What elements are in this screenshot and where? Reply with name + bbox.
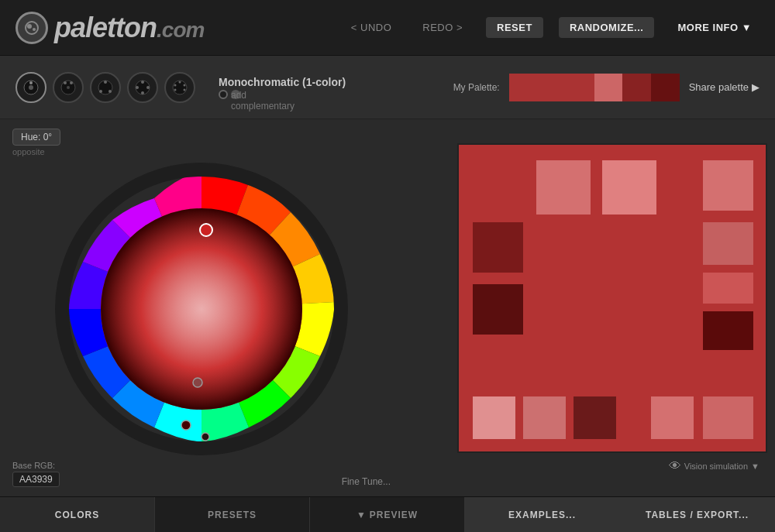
- scheme-mono-button[interactable]: [16, 72, 46, 103]
- palette-swatches: [509, 74, 680, 101]
- left-panel: Hue: 0° opposite: [0, 119, 403, 496]
- svg-point-9: [67, 86, 70, 89]
- eye-icon: 👁: [669, 459, 681, 473]
- swatch-8: [703, 311, 753, 350]
- chevron-down-icon: ▼: [751, 462, 760, 471]
- logo-icon: [16, 12, 48, 44]
- swatch-darker: [651, 74, 680, 101]
- svg-point-23: [174, 88, 177, 91]
- tab-examples[interactable]: EXAMPLES...: [465, 497, 620, 532]
- header: paletton.com < UNDO REDO > RESET RANDOMI…: [0, 0, 775, 56]
- scheme-adjacent-button[interactable]: [53, 72, 84, 103]
- swatch-7: [703, 273, 753, 304]
- svg-point-22: [184, 88, 186, 91]
- bottom-info: Base RGB: AA3939 Fine Tune...: [12, 456, 391, 487]
- palette-preview: My Palette: Share palette ▶: [453, 74, 760, 101]
- scheme-tetrad-button[interactable]: [127, 72, 158, 103]
- arrow-right-icon: ▶: [752, 81, 760, 93]
- swatch-3: [703, 160, 753, 211]
- swatch-main: [509, 74, 594, 101]
- swatch-2: [602, 160, 656, 215]
- hue-info: Hue: 0° opposite: [12, 129, 391, 156]
- reset-button[interactable]: RESET: [486, 17, 543, 38]
- svg-point-12: [99, 90, 102, 93]
- hue-badge: Hue: 0°: [12, 129, 60, 146]
- swatch-11: [574, 396, 616, 439]
- tab-presets[interactable]: PRESETS: [155, 497, 310, 532]
- base-rgb: Base RGB: AA3939: [12, 461, 60, 487]
- undo-button[interactable]: < UNDO: [343, 17, 399, 38]
- svg-point-0: [26, 22, 38, 34]
- svg-point-8: [70, 81, 73, 84]
- right-panel: 👁 Vision simulation ▼: [403, 119, 775, 496]
- bottom-tabs: COLORS PRESETS ▼ PREVIEW EXAMPLES... TAB…: [0, 496, 775, 532]
- svg-point-20: [179, 81, 181, 83]
- swatch-5: [473, 284, 523, 335]
- scheme-triad-button[interactable]: [90, 72, 121, 103]
- svg-point-18: [136, 86, 139, 89]
- randomize-button[interactable]: RANDOMIZE...: [559, 17, 655, 38]
- main-content: Hue: 0° opposite: [0, 119, 775, 496]
- redo-button[interactable]: REDO >: [415, 17, 470, 38]
- svg-point-16: [146, 86, 150, 89]
- svg-point-13: [108, 90, 112, 93]
- fine-tune-button[interactable]: Fine Tune...: [342, 476, 391, 487]
- tab-colors[interactable]: COLORS: [0, 497, 155, 532]
- logo-text: paletton.com: [54, 12, 204, 44]
- svg-point-11: [104, 81, 107, 84]
- share-palette-button[interactable]: Share palette ▶: [689, 81, 760, 93]
- logo: paletton.com: [16, 12, 204, 44]
- svg-point-4: [29, 81, 33, 84]
- tab-preview[interactable]: ▼ PREVIEW: [310, 497, 465, 532]
- scheme-info: Monochromatic (1-color) add complementar…: [219, 76, 346, 99]
- scheme-icons: [16, 72, 195, 103]
- svg-point-17: [141, 91, 144, 94]
- toolbar: Monochromatic (1-color) add complementar…: [0, 56, 775, 119]
- scheme-sub: add complementary: [219, 90, 346, 99]
- swatch-12: [651, 396, 694, 439]
- svg-point-24: [174, 84, 177, 86]
- opposite-label: opposite: [12, 147, 391, 156]
- swatch-13: [703, 396, 753, 439]
- radio-icon: [219, 90, 228, 99]
- svg-point-1: [27, 24, 32, 29]
- scheme-name: Monochromatic (1-color): [219, 76, 346, 88]
- swatch-9: [473, 396, 515, 439]
- color-wheel-container[interactable]: [12, 161, 391, 456]
- swatch-6: [703, 222, 753, 265]
- svg-point-2: [33, 28, 36, 31]
- palette-label: My Palette:: [453, 82, 500, 93]
- header-nav: < UNDO REDO > RESET RANDOMIZE... MORE IN…: [343, 17, 760, 38]
- swatch-dark: [622, 74, 651, 101]
- color-point-2[interactable]: [181, 420, 191, 430]
- swatch-1: [536, 160, 591, 215]
- scheme-five-button[interactable]: [164, 72, 195, 103]
- svg-point-7: [64, 81, 67, 84]
- dropdown-icon: ▼: [356, 510, 367, 520]
- tab-tables[interactable]: TABLES / EXPORT...: [620, 497, 775, 532]
- color-point-4[interactable]: [202, 433, 209, 441]
- svg-point-5: [29, 85, 33, 90]
- svg-point-21: [184, 84, 186, 86]
- chevron-down-icon: ▼: [742, 22, 752, 33]
- color-grid: [457, 143, 767, 453]
- color-point-3[interactable]: [193, 378, 202, 387]
- vision-simulation[interactable]: 👁 Vision simulation ▼: [661, 459, 767, 473]
- svg-point-15: [141, 81, 144, 84]
- more-info-button[interactable]: MORE INFO ▼: [670, 17, 760, 38]
- swatch-4: [473, 222, 523, 273]
- color-wheel[interactable]: [54, 162, 349, 456]
- swatch-10: [523, 396, 566, 439]
- swatch-light: [594, 74, 623, 101]
- color-point-1[interactable]: [200, 224, 212, 236]
- rgb-value: AA3939: [12, 472, 60, 487]
